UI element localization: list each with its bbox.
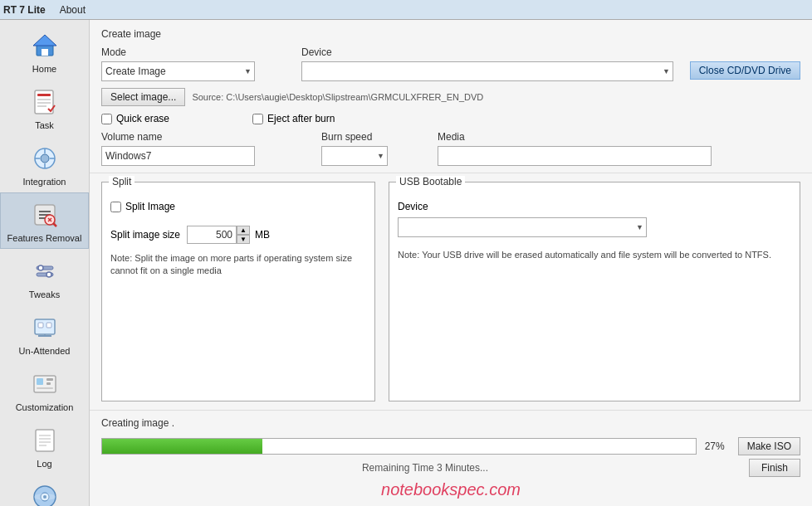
sidebar-item-tweaks[interactable]: Tweaks (0, 249, 89, 305)
burn-speed-select[interactable] (321, 146, 388, 166)
svg-point-25 (46, 272, 51, 277)
usb-bootable-box: USB Bootable Device Note: Your USB drive… (389, 182, 800, 401)
split-size-unit: MB (255, 229, 270, 241)
sidebar-item-un-attended-label: Un-Attended (19, 346, 71, 356)
iso-bootable-icon (28, 480, 61, 506)
home-icon (28, 29, 61, 62)
un-attended-icon (28, 311, 61, 344)
sidebar: Home Task (0, 20, 90, 506)
split-size-row: Split image size 500 ▲ ▼ MB (110, 226, 366, 244)
mode-select[interactable]: Create Image Burn Image (101, 61, 255, 81)
volume-name-label: Volume name (101, 131, 255, 143)
eject-after-burn-checkbox[interactable]: Eject after burn (252, 113, 335, 124)
sidebar-item-log[interactable]: Log (0, 418, 89, 474)
progress-fill (102, 439, 262, 454)
sidebar-item-home[interactable]: Home (0, 23, 89, 80)
progress-pct: 27% (705, 440, 730, 452)
svg-rect-35 (37, 387, 53, 389)
customization-icon (28, 367, 61, 401)
svg-point-44 (34, 494, 56, 500)
split-note: Note: Split the image on more parts if o… (110, 252, 366, 278)
quick-erase-checkbox[interactable]: Quick erase (101, 113, 169, 124)
mode-label: Mode (101, 46, 255, 58)
usb-note: Note: Your USB drive will be erased auto… (398, 249, 791, 261)
split-box: Split Split Image Split image size 500 ▲… (101, 182, 375, 401)
spin-down-button[interactable]: ▼ (237, 235, 250, 244)
sidebar-item-iso-bootable[interactable]: ISO-Bootable (0, 474, 89, 506)
task-icon (28, 85, 61, 119)
sidebar-item-features-removal[interactable]: Features Removal (0, 192, 89, 249)
select-image-button[interactable]: Select image... (101, 88, 185, 106)
svg-rect-33 (46, 378, 53, 381)
progress-track (101, 438, 697, 455)
sidebar-item-customization[interactable]: Customization (0, 362, 89, 418)
device-label: Device (301, 46, 673, 58)
middle-section: Split Split Image Split image size 500 ▲… (90, 173, 812, 410)
svg-rect-32 (37, 378, 43, 385)
log-icon (28, 424, 61, 457)
watermark: notebookspec.com (101, 480, 800, 499)
source-path: Source: C:\Users\augie\Desktop\Slipstrea… (192, 92, 483, 102)
sidebar-item-customization-label: Customization (16, 402, 74, 412)
split-size-input[interactable]: 500 (187, 226, 237, 244)
finish-button[interactable]: Finish (749, 459, 800, 477)
about-menu[interactable]: About (52, 2, 93, 18)
app-title: RT 7 Lite (3, 4, 46, 16)
volume-row: Volume name Burn speed Media (101, 131, 800, 166)
sidebar-item-home-label: Home (32, 64, 56, 74)
sidebar-item-un-attended[interactable]: Un-Attended (0, 305, 89, 362)
burn-speed-label: Burn speed (321, 131, 388, 143)
split-title: Split (109, 176, 135, 187)
main-content: Create image Mode Create Image Burn Imag… (90, 20, 812, 506)
usb-device-select[interactable] (398, 217, 647, 237)
svg-rect-36 (36, 430, 54, 451)
remaining-text: Remaining Time 3 Minutes... (362, 462, 488, 474)
eject-after-burn-label: Eject after burn (267, 113, 335, 124)
split-image-input[interactable] (110, 202, 121, 212)
creating-label: Creating image . (101, 417, 174, 429)
spin-up-button[interactable]: ▲ (237, 226, 250, 235)
titlebar: RT 7 Lite About (0, 0, 812, 20)
sidebar-item-task-label: Task (35, 120, 54, 130)
sidebar-item-tweaks-label: Tweaks (29, 289, 60, 299)
svg-marker-1 (33, 35, 56, 46)
integration-icon (28, 142, 61, 175)
usb-device-label: Device (398, 201, 428, 212)
sidebar-item-integration-label: Integration (23, 177, 66, 187)
make-iso-button[interactable]: Make ISO (738, 437, 800, 455)
close-cd-button[interactable]: Close CD/DVD Drive (690, 61, 800, 80)
media-input[interactable] (438, 146, 712, 166)
svg-rect-2 (42, 49, 48, 56)
eject-after-burn-input[interactable] (252, 114, 263, 124)
create-image-label: Create image (101, 28, 800, 40)
tweaks-icon (28, 255, 61, 288)
split-size-spinner[interactable]: ▲ ▼ (237, 226, 250, 244)
sidebar-item-log-label: Log (37, 459, 51, 469)
quick-erase-label: Quick erase (116, 113, 169, 124)
create-image-section: Create image Mode Create Image Burn Imag… (90, 20, 812, 173)
split-image-checkbox[interactable]: Split Image (110, 201, 366, 212)
svg-point-24 (38, 265, 43, 270)
bottom-bar: Creating image . 27% Make ISO Remaining … (90, 410, 812, 506)
quick-erase-input[interactable] (101, 114, 112, 124)
usb-bootable-title: USB Bootable (396, 176, 465, 187)
split-size-label: Split image size (110, 229, 180, 241)
svg-point-9 (41, 154, 49, 163)
features-removal-icon (28, 198, 61, 231)
options-row: Quick erase Eject after burn (101, 113, 800, 124)
sidebar-item-features-removal-label: Features Removal (7, 233, 82, 243)
svg-rect-28 (46, 323, 51, 328)
sidebar-item-integration[interactable]: Integration (0, 136, 89, 192)
svg-rect-4 (37, 94, 51, 96)
volume-name-input[interactable] (101, 146, 255, 166)
progress-row: 27% Make ISO (101, 437, 800, 455)
device-select[interactable] (301, 61, 673, 81)
media-label: Media (438, 131, 712, 143)
sidebar-item-task[interactable]: Task (0, 80, 89, 136)
split-image-label: Split Image (125, 201, 175, 212)
svg-rect-27 (38, 323, 43, 328)
svg-rect-34 (46, 382, 51, 385)
